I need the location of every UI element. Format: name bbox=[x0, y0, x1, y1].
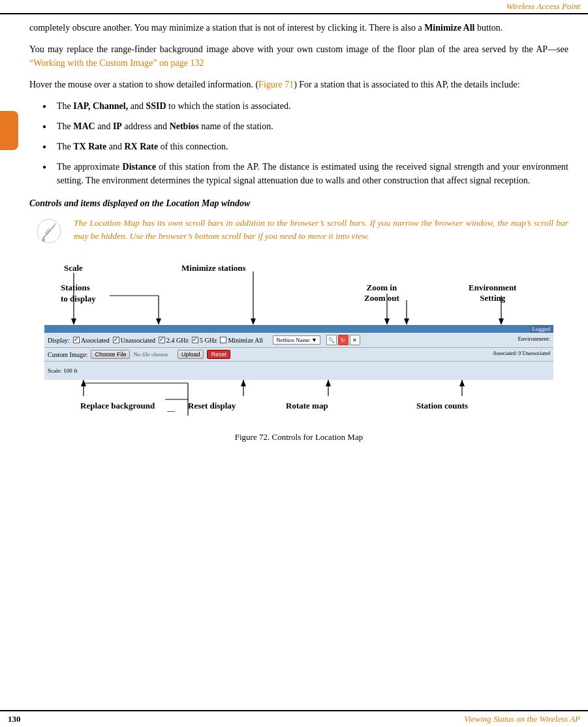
5ghz-checkbox[interactable] bbox=[192, 337, 198, 343]
screenshot-row2: Custom Image: Choose File No file chosen… bbox=[44, 348, 553, 362]
bullet-list: The IAP, Channel, and SSID to which the … bbox=[42, 99, 568, 187]
note-box: The Location Map has its own scroll bars… bbox=[29, 217, 568, 247]
page-number: 130 bbox=[8, 714, 21, 724]
arrow-lines-top bbox=[31, 260, 566, 325]
screenshot-area: Logged Display: Associated Unassociated bbox=[44, 325, 553, 380]
unassociated-checkbox[interactable] bbox=[113, 337, 119, 343]
note-text: The Location Map has its own scroll bars… bbox=[74, 217, 568, 243]
svg-line-5 bbox=[46, 230, 50, 235]
2ghz-checkbox[interactable] bbox=[159, 337, 165, 343]
minimize-checkbox[interactable] bbox=[220, 337, 226, 343]
search-button[interactable]: 🔍 bbox=[326, 335, 337, 345]
reset-button[interactable]: Reset bbox=[207, 350, 230, 359]
svg-marker-18 bbox=[499, 318, 504, 325]
pencil-icon bbox=[36, 218, 62, 244]
footer-right-text: Viewing Status on the Wireless AP bbox=[464, 714, 580, 724]
paragraph-hover: Hover the mouse over a station to show d… bbox=[29, 78, 568, 91]
label-rotate-map: Rotate map bbox=[286, 401, 328, 411]
list-item-1: The IAP, Channel, and SSID to which the … bbox=[42, 99, 568, 113]
upload-button[interactable]: Upload bbox=[178, 350, 204, 359]
choose-file-button[interactable]: Choose File bbox=[91, 350, 130, 359]
note-icon bbox=[36, 218, 66, 247]
associated-checkbox[interactable] bbox=[73, 337, 80, 343]
page-footer: 130 Viewing Status on the Wireless AP bbox=[0, 710, 588, 727]
label-reset-display: Reset display bbox=[188, 401, 236, 411]
associated-counts: Associated: 0 Unassociated bbox=[493, 350, 550, 356]
svg-marker-25 bbox=[241, 380, 246, 386]
checkbox-5ghz: 5 GHz bbox=[192, 337, 217, 344]
checkbox-associated: Associated bbox=[73, 337, 110, 344]
page-header: Wireless Access Point bbox=[0, 0, 588, 14]
svg-marker-12 bbox=[156, 318, 161, 325]
arrow-replace: — bbox=[167, 406, 175, 416]
section-heading: Controls and items displayed on the Loca… bbox=[29, 196, 568, 210]
checkbox-2ghz: 2.4 GHz bbox=[159, 337, 189, 344]
bottom-labels: Replace background — Reset display Rotat… bbox=[44, 380, 553, 425]
list-item-4: The approximate Distance of this station… bbox=[42, 160, 568, 187]
diagram-wrapper: Scale Minimize stations Stations to disp… bbox=[31, 260, 566, 425]
paragraph-1: completely obscure another. You may mini… bbox=[29, 21, 568, 35]
x-button[interactable]: ✕ bbox=[350, 335, 360, 345]
screenshot-row1: Display: Associated Unassociated 2.4 GHz bbox=[44, 333, 553, 348]
list-item-2: The MAC and IP address and Netbios name … bbox=[42, 119, 568, 133]
main-content: completely obscure another. You may mini… bbox=[0, 14, 588, 461]
list-item-3: The TX Rate and RX Rate of this connecti… bbox=[42, 140, 568, 153]
svg-marker-14 bbox=[384, 318, 390, 325]
svg-marker-16 bbox=[404, 318, 409, 325]
figure-72: Scale Minimize stations Stations to disp… bbox=[29, 260, 568, 444]
orange-tab bbox=[0, 111, 18, 150]
top-labels: Scale Minimize stations Stations to disp… bbox=[31, 260, 566, 325]
svg-line-3 bbox=[54, 223, 55, 226]
screenshot-titlebar: Logged bbox=[44, 325, 553, 333]
svg-marker-29 bbox=[459, 380, 465, 386]
rotate-button[interactable]: ↻ bbox=[338, 335, 348, 345]
netbios-dropdown[interactable]: Netbios Name ▼ bbox=[273, 335, 320, 345]
paragraph-2: You may replace the range-finder backgro… bbox=[29, 42, 568, 70]
svg-marker-27 bbox=[326, 380, 331, 386]
fig-caption: Figure 72. Controls for Location Map bbox=[29, 431, 568, 444]
env-label: Environment: bbox=[518, 335, 551, 342]
screenshot-row3: Scale: 100 ft bbox=[44, 362, 553, 380]
checkbox-minimize: Minimize All bbox=[220, 337, 263, 344]
label-replace-bg: Replace background bbox=[80, 401, 155, 411]
svg-marker-7 bbox=[71, 318, 76, 325]
header-title: Wireless Access Point bbox=[506, 1, 580, 11]
logged-indicator: Logged bbox=[529, 325, 554, 333]
checkbox-unassociated: Unassociated bbox=[113, 337, 155, 344]
svg-marker-9 bbox=[251, 318, 256, 325]
label-station-counts: Station counts bbox=[416, 401, 468, 411]
icon-buttons: 🔍 ↻ ✕ bbox=[326, 335, 360, 345]
